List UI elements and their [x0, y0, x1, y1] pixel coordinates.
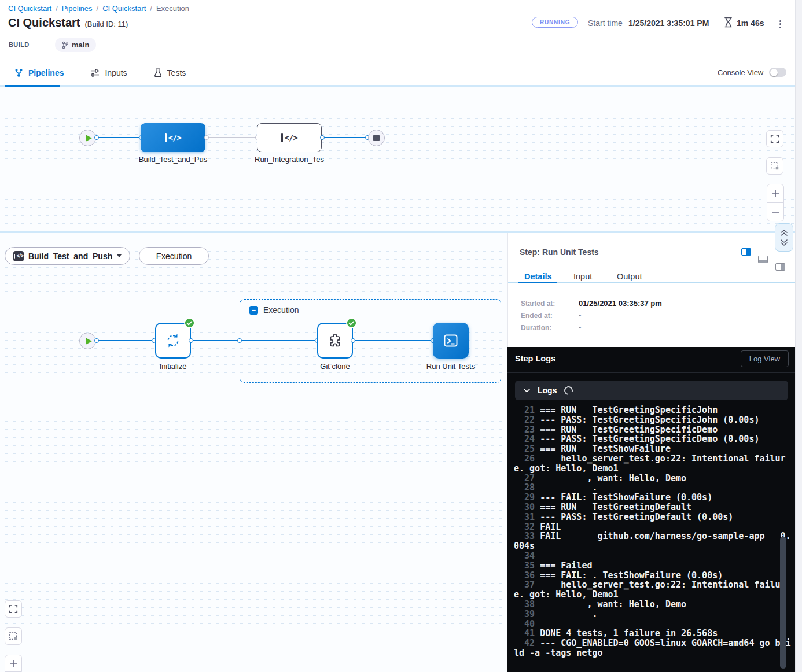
stage-node-build-test-and-push[interactable]: </> [141, 123, 205, 152]
start-time-label: Start time [588, 19, 623, 28]
log-line: 31 --- PASS: TestGreetingDefault (0.00s) [514, 512, 792, 522]
log-line: 21 === RUN TestGreetingSpecificJohn [514, 405, 792, 415]
steps-fullscreen-button[interactable] [5, 600, 22, 618]
edge-port [204, 135, 209, 140]
steps-start-node [79, 333, 96, 349]
tab-tests[interactable]: Tests [154, 68, 186, 77]
canvas-fullscreen-button[interactable] [766, 130, 783, 147]
canvas-zoom-controls [767, 184, 784, 221]
log-lines: 21 === RUN TestGreetingSpecificJohn 22 -… [514, 405, 792, 658]
log-line: 27 , want: Hello, Demo [514, 474, 792, 483]
main-tab-bar: Pipelines Inputs Tests [0, 60, 802, 86]
execution-button[interactable]: Execution [139, 247, 209, 265]
zoom-in-button[interactable] [767, 184, 783, 202]
steps-select-button[interactable] [5, 627, 22, 645]
edge [207, 137, 258, 138]
code-stage-chip-icon: </> [13, 251, 24, 261]
logs-section-label: Logs [538, 386, 557, 395]
log-view-button[interactable]: Log View [741, 350, 789, 367]
edge-port [351, 338, 355, 343]
breadcrumb-link-pipeline-name[interactable]: CI Quickstart [102, 4, 146, 13]
layout-split-right-button[interactable] [741, 248, 751, 256]
log-line: 34 [514, 551, 792, 561]
page-title-row: CI Quickstart (Build ID: 11) [8, 16, 128, 29]
plus-icon [9, 659, 17, 667]
log-line: 37 hello_server_test.go:22: Intentional … [514, 580, 792, 600]
tab-inputs[interactable]: Inputs [90, 68, 127, 77]
started-at-value: 01/25/2021 03:35:37 pm [579, 299, 662, 308]
git-branch-icon [62, 41, 68, 49]
log-line: 25 === RUN TestShowFailure [514, 444, 792, 454]
pipeline-end-node [368, 130, 385, 146]
more-options-button[interactable] [778, 17, 782, 31]
marquee-select-icon [770, 161, 779, 171]
stage-node-run-integration-test[interactable]: </> [257, 123, 322, 152]
log-line: 22 --- PASS: TestGreetingSpecificJohn (0… [514, 415, 792, 425]
log-line: 23 === RUN TestGreetingSpecificDemo [514, 425, 792, 435]
collapse-group-icon[interactable]: – [249, 306, 258, 315]
branch-name: main [72, 40, 89, 49]
git-clone-plugin-icon [327, 333, 343, 349]
loading-spinner-icon [563, 385, 575, 396]
tab-input[interactable]: Input [573, 272, 592, 281]
initialize-sync-icon [164, 331, 182, 350]
edge [322, 137, 369, 138]
log-line: 40 [514, 619, 792, 629]
logs-section-toggle[interactable]: Logs [515, 381, 788, 400]
stage-selector-dropdown[interactable]: </> Build_Test_and_Push [5, 247, 130, 265]
inputs-icon [90, 69, 100, 77]
tab-output[interactable]: Output [617, 272, 642, 281]
step-node-run-unit-tests[interactable] [433, 323, 469, 359]
app-root: CI Quickstart/Pipelines/CI Quickstart/Ex… [0, 0, 802, 672]
breadcrumb-link-ci-quickstart[interactable]: CI Quickstart [8, 4, 51, 13]
breadcrumb-current: Execution [156, 4, 189, 13]
panel-collapse-expand-control[interactable] [775, 223, 793, 252]
console-view-label: Console View [718, 68, 763, 77]
step-logs-header: Step Logs Log View [507, 347, 795, 373]
edge [95, 340, 155, 341]
hourglass-icon [724, 17, 733, 28]
page-title: CI Quickstart [8, 16, 80, 29]
double-chevron-down-icon [780, 239, 788, 246]
breadcrumb: CI Quickstart/Pipelines/CI Quickstart/Ex… [8, 3, 189, 13]
build-label: BUILD [9, 41, 30, 48]
status-badge: RUNNING [532, 17, 578, 28]
stage-label: Build_Test_and_Pus [124, 155, 222, 164]
log-line: 41 DONE 4 tests, 1 failure in 26.568s [514, 629, 792, 638]
log-line: 24 --- PASS: TestGreetingSpecificDemo (0… [514, 434, 792, 444]
log-line: 33 FAIL github.com/harness/go-sample-app… [514, 531, 792, 551]
tab-pipelines[interactable]: Pipelines [14, 68, 64, 77]
page-scrollbar-track[interactable] [795, 0, 802, 672]
log-line: 26 hello_server_test.go:22: Intentional … [514, 454, 792, 474]
zoom-out-button[interactable] [767, 202, 783, 221]
success-check-badge [184, 317, 195, 328]
breadcrumb-link-pipelines[interactable]: Pipelines [62, 4, 93, 13]
log-line: 35 === Failed [514, 561, 792, 571]
layout-right-button[interactable] [775, 263, 785, 271]
log-line: 38 , want: Hello, Demo [514, 600, 792, 610]
layout-bottom-button[interactable] [758, 256, 768, 263]
tab-details[interactable]: Details [524, 272, 552, 281]
code-stage-icon: </> [165, 133, 181, 142]
log-scrollbar-thumb[interactable] [780, 537, 786, 669]
pipelines-icon [14, 68, 23, 77]
console-view-toggle[interactable] [769, 68, 786, 77]
edge [95, 137, 142, 138]
step-label: Run Unit Tests [402, 362, 500, 371]
stop-icon [373, 135, 380, 141]
build-id: (Build ID: 11) [84, 20, 128, 28]
steps-zoom-in-button[interactable] [5, 655, 22, 672]
run-tests-terminal-icon [443, 333, 459, 349]
stage-graph-canvas[interactable] [0, 87, 795, 231]
chevron-down-icon [524, 389, 530, 393]
fullscreen-icon [770, 134, 779, 143]
log-line: 42 --- CGO_ENABLED=0 GOOS=linux GOARCH=a… [514, 638, 792, 658]
chevron-down-icon [117, 254, 122, 257]
canvas-select-button[interactable] [766, 157, 783, 175]
marquee-select-icon [9, 632, 18, 641]
execution-group-label[interactable]: – Execution [249, 305, 299, 315]
success-check-badge [346, 317, 357, 328]
step-logs-title: Step Logs [515, 354, 555, 363]
log-line: 28 . [514, 483, 792, 493]
play-icon [86, 338, 92, 345]
